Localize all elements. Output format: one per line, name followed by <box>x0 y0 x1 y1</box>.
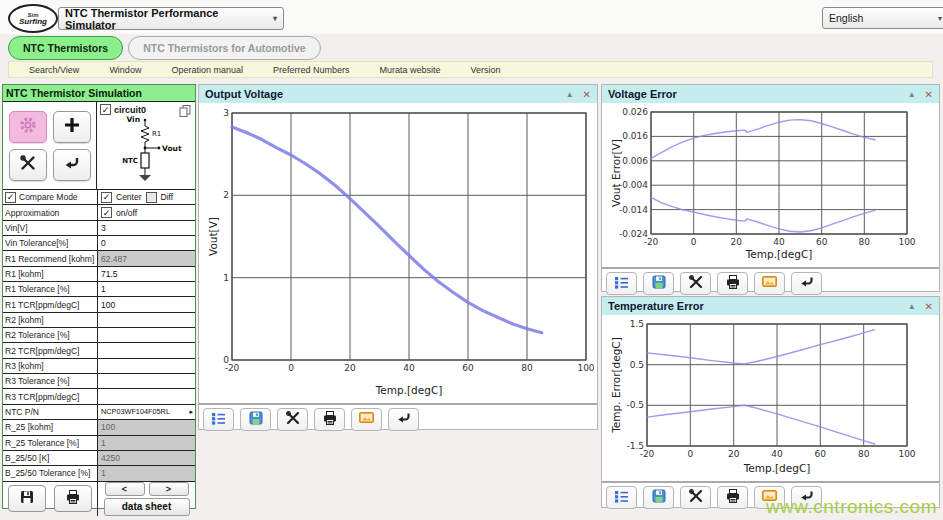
svg-text:0: 0 <box>223 355 229 365</box>
print-button[interactable] <box>54 485 92 512</box>
legend-list-icon <box>613 488 630 508</box>
param-value[interactable]: NCP03WF104F05RL▸ <box>98 405 195 419</box>
on-off-checkbox[interactable]: ✓ <box>101 207 112 218</box>
param-value[interactable]: 100 <box>98 297 195 311</box>
param-label: R1 [kohm] <box>3 267 98 281</box>
tools-button[interactable] <box>680 272 711 295</box>
snapshot-button[interactable] <box>754 272 785 295</box>
close-icon[interactable]: ✕ <box>583 89 591 100</box>
data-sheet-button[interactable]: data sheet <box>104 498 190 516</box>
add-circuit-button[interactable] <box>53 111 91 143</box>
compare-mode-checkbox[interactable]: ✓ <box>5 192 16 203</box>
close-icon[interactable]: ✕ <box>925 301 933 312</box>
undo-button[interactable] <box>791 272 822 295</box>
app-selector-value: NTC Thermistor Performance Simulator <box>65 7 267 31</box>
print-icon <box>725 274 741 294</box>
save-icon <box>248 410 264 430</box>
param-value[interactable] <box>98 343 195 357</box>
center-checkbox[interactable]: ✓ <box>101 192 112 203</box>
tools-button[interactable] <box>277 408 308 431</box>
param-value-text: 71.5 <box>101 269 118 279</box>
tools-button[interactable] <box>680 486 711 509</box>
menu-item-search-view[interactable]: Search/View <box>29 65 79 75</box>
legend-list-button[interactable] <box>606 486 637 509</box>
param-row-r1-tcr-ppm-degc: R1 TCR[ppm/degC]100 <box>3 297 195 312</box>
param-value[interactable] <box>98 359 195 373</box>
tools-icon <box>19 154 37 176</box>
param-value[interactable] <box>98 328 195 342</box>
param-value[interactable] <box>98 374 195 388</box>
param-value: 1 <box>98 436 195 450</box>
tab-ntc-thermistors-for-automotive[interactable]: NTC Thermistors for Automotive <box>128 36 320 60</box>
svg-text:2: 2 <box>223 190 229 200</box>
param-value[interactable] <box>98 389 195 403</box>
param-label: R3 Tolerance [%] <box>3 374 98 388</box>
param-value-text: 4250 <box>101 453 120 463</box>
undo-button[interactable] <box>388 408 419 431</box>
circuit0-checkbox[interactable]: ✓ <box>100 104 111 115</box>
param-row-r3-tcr-ppm-degc: R3 TCR[ppm/degC] <box>3 389 195 404</box>
app-header: Sim Surfing NTC Thermistor Performance S… <box>0 0 943 34</box>
snapshot-button[interactable] <box>351 408 382 431</box>
svg-text:80: 80 <box>521 363 533 373</box>
save-button[interactable] <box>240 408 271 431</box>
svg-text:0.016: 0.016 <box>622 131 648 141</box>
param-row-r2-tcr-ppm-degc: R2 TCR[ppm/degC] <box>3 343 195 358</box>
param-value[interactable]: 0 <box>98 236 195 250</box>
svg-text:R1: R1 <box>152 130 161 138</box>
param-label: R3 TCR[ppm/degC] <box>3 389 98 403</box>
svg-text:-0.004: -0.004 <box>619 180 648 190</box>
param-row-r3-kohm: R3 [kohm] <box>3 359 195 374</box>
close-icon[interactable]: ✕ <box>925 89 933 100</box>
tools-button[interactable] <box>9 149 47 181</box>
menu-item-version[interactable]: Version <box>471 65 501 75</box>
print-icon <box>322 410 338 430</box>
menu-item-window[interactable]: Window <box>109 65 141 75</box>
simulation-sidebar: NTC Thermistor Simulation <box>2 84 196 509</box>
svg-text:Vout: Vout <box>162 144 182 153</box>
part-number-dropdown-icon[interactable]: ▸ <box>189 408 193 416</box>
undo-button[interactable] <box>53 149 91 181</box>
menu-item-preferred-numbers[interactable]: Preferred Numbers <box>273 65 350 75</box>
save-button[interactable] <box>8 485 46 512</box>
diff-checkbox[interactable] <box>146 192 157 203</box>
diff-label: Diff <box>161 192 174 202</box>
param-label: NTC P/N <box>3 405 98 419</box>
tab-ntc-thermistors[interactable]: NTC Thermistors <box>8 36 123 60</box>
legend-list-button[interactable] <box>203 408 234 431</box>
svg-text:Temp. Error[degC]: Temp. Error[degC] <box>610 337 622 434</box>
collapse-icon[interactable]: ▲ <box>908 90 916 99</box>
collapse-icon[interactable]: ▲ <box>908 302 916 311</box>
svg-text:NTC: NTC <box>122 157 138 165</box>
print-button[interactable] <box>717 272 748 295</box>
print-button[interactable] <box>314 408 345 431</box>
copy-circuit-icon[interactable] <box>178 104 192 122</box>
tools-icon <box>285 410 301 430</box>
temperature-error-chart: -200204060801001.50.5-0.5-1.5Temp.[degC]… <box>605 316 933 476</box>
plus-icon <box>63 116 81 138</box>
param-value[interactable]: 3 <box>98 221 195 235</box>
menu-item-operation-manual[interactable]: Operation manual <box>171 65 243 75</box>
legend-list-button[interactable] <box>606 272 637 295</box>
param-value[interactable] <box>98 313 195 327</box>
prev-part-button[interactable]: < <box>105 482 145 496</box>
param-value: 4250 <box>98 451 195 465</box>
param-value[interactable]: 71.5 <box>98 267 195 281</box>
collapse-icon[interactable]: ▲ <box>566 90 574 99</box>
settings-button[interactable] <box>9 111 47 143</box>
print-button[interactable] <box>717 486 748 509</box>
legend-list-icon <box>613 274 630 294</box>
logo-text-bottom: Surfing <box>19 18 47 26</box>
next-part-button[interactable]: > <box>149 482 189 496</box>
param-label: R2 [kohm] <box>3 313 98 327</box>
save-button[interactable] <box>643 272 674 295</box>
menu-item-murata-website[interactable]: Murata website <box>379 65 440 75</box>
circuit-preview: ✓ circuit0 Vin R1 Vout NTC <box>97 102 195 189</box>
param-label: R1 Tolerance [%] <box>3 282 98 296</box>
param-value[interactable]: 1 <box>98 282 195 296</box>
voltage-error-panel: Voltage Error ▲ ✕ -200204060801000.0260.… <box>601 84 940 292</box>
save-button[interactable] <box>643 486 674 509</box>
app-selector-dropdown[interactable]: NTC Thermistor Performance Simulator ▾ <box>58 7 284 30</box>
language-dropdown[interactable]: English ▾ <box>822 7 943 29</box>
svg-text:Temp.[degC]: Temp.[degC] <box>375 384 443 396</box>
